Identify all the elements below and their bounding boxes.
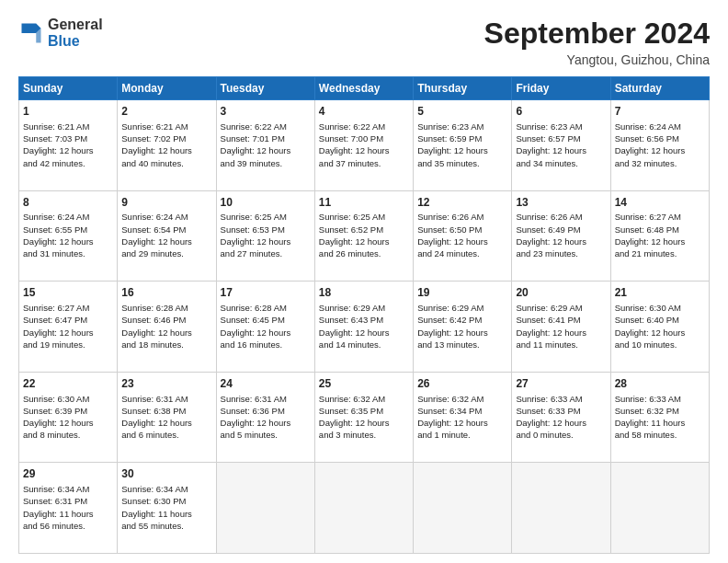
calendar-cell: 14Sunrise: 6:27 AMSunset: 6:48 PMDayligh… (610, 190, 709, 282)
header: General Blue September 2024 Yangtou, Gui… (18, 17, 710, 67)
day-number: 17 (221, 285, 311, 301)
day-info: Daylight: 12 hours (319, 236, 409, 247)
day-number: 1 (23, 104, 113, 120)
logo-general: General (48, 17, 103, 32)
day-info: Daylight: 12 hours (615, 236, 705, 247)
week-row-2: 8Sunrise: 6:24 AMSunset: 6:55 PMDaylight… (19, 190, 710, 282)
calendar: Sunday Monday Tuesday Wednesday Thursday… (18, 76, 710, 554)
day-info: Daylight: 12 hours (516, 144, 606, 156)
day-number: 8 (23, 195, 113, 211)
day-info: Sunset: 6:39 PM (23, 405, 113, 417)
day-info: Sunrise: 6:31 AM (221, 393, 311, 405)
day-info: Sunrise: 6:23 AM (417, 121, 507, 132)
calendar-cell: 9Sunrise: 6:24 AMSunset: 6:54 PMDaylight… (118, 190, 216, 282)
day-info: Sunset: 6:46 PM (121, 314, 211, 326)
day-info: Sunset: 6:43 PM (319, 314, 409, 326)
calendar-cell: 8Sunrise: 6:24 AMSunset: 6:55 PMDaylight… (19, 190, 118, 282)
day-info: and 23 minutes. (516, 247, 606, 259)
day-number: 30 (121, 466, 211, 482)
day-info: Sunrise: 6:34 AM (121, 483, 211, 495)
day-info: Sunset: 7:03 PM (23, 132, 113, 144)
day-info: Sunrise: 6:29 AM (319, 302, 409, 314)
col-saturday: Saturday (610, 77, 709, 100)
day-number: 22 (23, 376, 113, 392)
day-info: and 21 minutes. (615, 247, 705, 259)
day-info: Sunrise: 6:26 AM (417, 211, 507, 223)
calendar-cell (314, 463, 413, 554)
day-info: and 56 minutes. (23, 520, 113, 532)
day-number: 10 (221, 195, 311, 211)
calendar-cell (610, 463, 709, 554)
day-info: Daylight: 12 hours (23, 144, 113, 156)
day-number: 4 (319, 104, 409, 120)
logo-text: General Blue (48, 17, 103, 49)
page: General Blue September 2024 Yangtou, Gui… (0, 0, 728, 563)
week-row-1: 1Sunrise: 6:21 AMSunset: 7:03 PMDaylight… (19, 100, 710, 191)
day-info: Daylight: 12 hours (319, 417, 409, 429)
day-info: and 37 minutes. (319, 157, 409, 169)
day-info: and 35 minutes. (417, 157, 507, 169)
day-info: Sunset: 7:01 PM (221, 132, 311, 144)
day-info: and 0 minutes. (516, 429, 606, 441)
calendar-cell (512, 463, 610, 554)
day-number: 28 (615, 376, 705, 392)
col-tuesday: Tuesday (216, 77, 314, 100)
day-info: Sunrise: 6:21 AM (121, 121, 211, 132)
day-info: Daylight: 12 hours (221, 417, 311, 429)
calendar-cell: 6Sunrise: 6:23 AMSunset: 6:57 PMDaylight… (512, 100, 610, 191)
day-info: Sunset: 6:49 PM (516, 224, 606, 236)
day-info: Sunset: 6:55 PM (23, 224, 113, 236)
day-info: Daylight: 12 hours (221, 327, 311, 339)
day-info: and 39 minutes. (221, 157, 311, 169)
day-number: 3 (221, 104, 311, 120)
day-info: Sunrise: 6:25 AM (221, 211, 311, 223)
day-number: 9 (121, 195, 211, 211)
day-info: Sunset: 7:00 PM (319, 132, 409, 144)
calendar-cell: 19Sunrise: 6:29 AMSunset: 6:42 PMDayligh… (414, 282, 512, 373)
day-info: Sunrise: 6:26 AM (516, 211, 606, 223)
day-info: Daylight: 12 hours (121, 417, 211, 429)
day-info: Sunset: 6:32 PM (615, 405, 705, 417)
day-info: and 40 minutes. (121, 157, 211, 169)
col-monday: Monday (118, 77, 216, 100)
day-info: Sunset: 6:38 PM (121, 405, 211, 417)
day-info: and 24 minutes. (417, 247, 507, 259)
day-info: Sunrise: 6:32 AM (319, 393, 409, 405)
calendar-cell: 15Sunrise: 6:27 AMSunset: 6:47 PMDayligh… (19, 282, 118, 373)
day-info: and 11 minutes. (516, 339, 606, 350)
day-info: and 1 minute. (417, 429, 507, 441)
day-info: Sunrise: 6:25 AM (319, 211, 409, 223)
calendar-cell: 4Sunrise: 6:22 AMSunset: 7:00 PMDaylight… (314, 100, 413, 191)
day-info: Sunrise: 6:34 AM (23, 483, 113, 495)
calendar-cell: 21Sunrise: 6:30 AMSunset: 6:40 PMDayligh… (610, 282, 709, 373)
calendar-cell: 27Sunrise: 6:33 AMSunset: 6:33 PMDayligh… (512, 372, 610, 463)
location: Yangtou, Guizhou, China (484, 52, 710, 67)
day-info: and 42 minutes. (23, 157, 113, 169)
calendar-cell: 25Sunrise: 6:32 AMSunset: 6:35 PMDayligh… (314, 372, 413, 463)
day-number: 12 (417, 195, 507, 211)
month-title: September 2024 (484, 17, 710, 51)
day-number: 15 (23, 285, 113, 301)
day-info: and 3 minutes. (319, 429, 409, 441)
day-info: Sunrise: 6:31 AM (121, 393, 211, 405)
day-info: Daylight: 12 hours (23, 236, 113, 247)
calendar-cell: 17Sunrise: 6:28 AMSunset: 6:45 PMDayligh… (216, 282, 314, 373)
day-info: Sunrise: 6:30 AM (615, 302, 705, 314)
day-info: Sunset: 6:56 PM (615, 132, 705, 144)
day-number: 7 (615, 104, 705, 120)
day-info: Daylight: 12 hours (23, 417, 113, 429)
day-info: Daylight: 12 hours (319, 144, 409, 156)
calendar-cell: 3Sunrise: 6:22 AMSunset: 7:01 PMDaylight… (216, 100, 314, 191)
day-info: Sunrise: 6:33 AM (615, 393, 705, 405)
day-info: Sunset: 6:57 PM (516, 132, 606, 144)
calendar-cell: 10Sunrise: 6:25 AMSunset: 6:53 PMDayligh… (216, 190, 314, 282)
day-info: Sunset: 6:42 PM (417, 314, 507, 326)
day-number: 5 (417, 104, 507, 120)
day-info: Daylight: 12 hours (516, 327, 606, 339)
calendar-cell: 26Sunrise: 6:32 AMSunset: 6:34 PMDayligh… (414, 372, 512, 463)
day-info: and 5 minutes. (221, 429, 311, 441)
day-number: 18 (319, 285, 409, 301)
day-info: Sunset: 6:54 PM (121, 224, 211, 236)
day-number: 27 (516, 376, 606, 392)
day-info: Sunrise: 6:24 AM (121, 211, 211, 223)
